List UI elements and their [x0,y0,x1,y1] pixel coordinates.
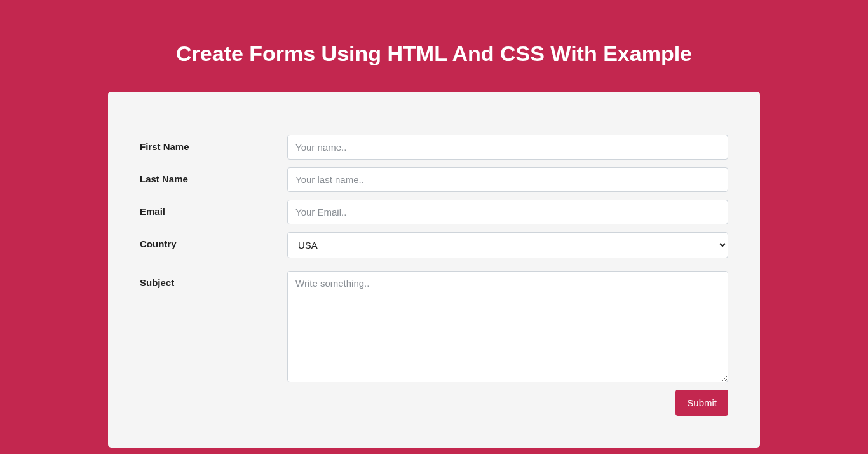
first-name-label: First Name [140,135,287,152]
email-label: Email [140,200,287,217]
first-name-row: First Name [140,135,728,160]
last-name-label: Last Name [140,167,287,184]
email-row: Email [140,200,728,224]
submit-button[interactable]: Submit [675,390,728,416]
subject-textarea[interactable] [287,271,728,382]
last-name-input[interactable] [287,167,728,192]
country-label: Country [140,232,287,249]
email-input[interactable] [287,200,728,224]
submit-row: Submit [140,390,728,416]
subject-row: Subject [140,271,728,382]
country-row: Country USA [140,232,728,258]
first-name-input[interactable] [287,135,728,160]
page-title: Create Forms Using HTML And CSS With Exa… [0,0,868,92]
last-name-row: Last Name [140,167,728,192]
country-select[interactable]: USA [287,232,728,258]
form-container: First Name Last Name Email Country USA S… [108,92,760,448]
subject-label: Subject [140,271,287,288]
